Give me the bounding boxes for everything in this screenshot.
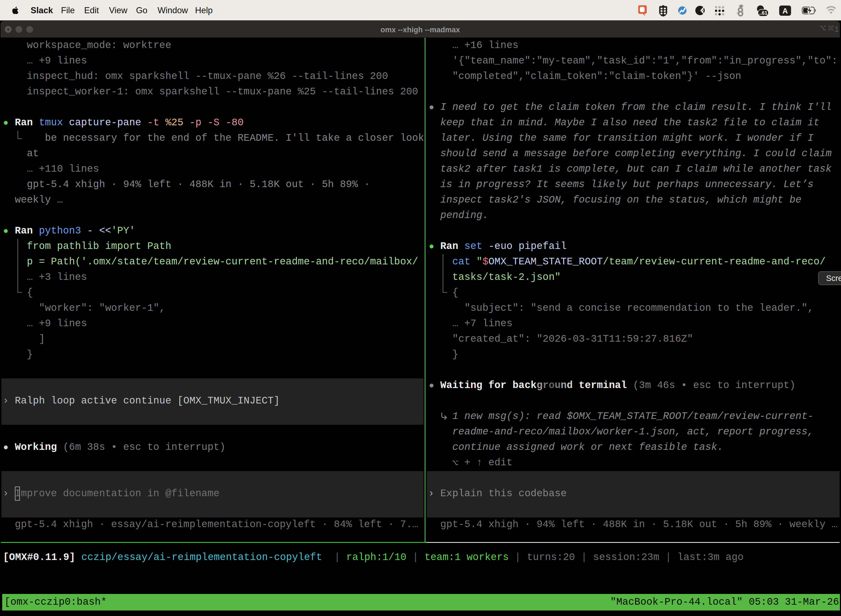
- svg-text:..61: ..61: [759, 10, 767, 16]
- svg-text:A: A: [782, 7, 788, 15]
